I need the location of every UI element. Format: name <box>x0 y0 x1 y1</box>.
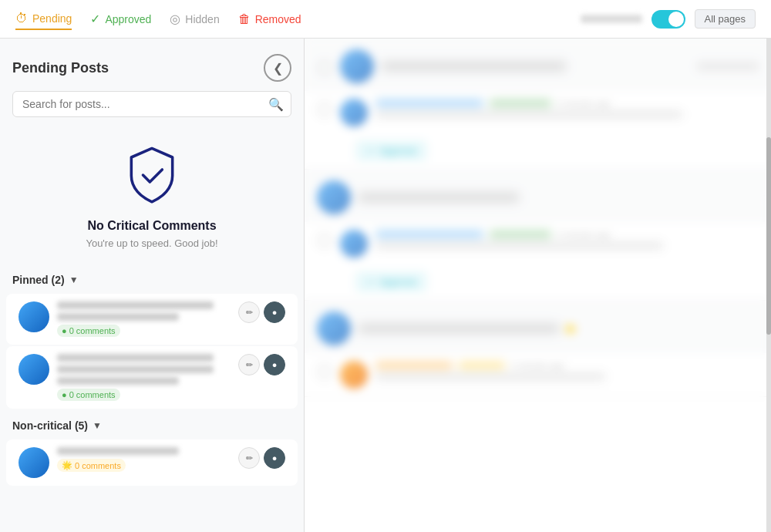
author-line: 5 minutes ago <box>375 99 759 108</box>
sidebar-search: 🔍 <box>12 91 291 117</box>
rp-section-title <box>359 193 519 202</box>
comments-icon: ● <box>62 326 67 335</box>
sidebar-scroll[interactable]: No Critical Comments You're up to speed.… <box>0 130 304 532</box>
post-title-3 <box>57 377 179 385</box>
empty-subtitle: You're up to speed. Good job! <box>86 237 217 249</box>
rp-section-title <box>359 324 559 333</box>
tab-pending[interactable]: ⏱ Pending <box>15 8 72 30</box>
section-pinned[interactable]: Pinned (2) ▼ <box>0 264 304 292</box>
search-input[interactable] <box>12 91 291 117</box>
approved-label: Approved <box>105 13 151 25</box>
rp-section-header: 🌟 <box>305 301 771 353</box>
comment-checkbox[interactable] <box>317 364 332 379</box>
approve-check-icon: ✓ <box>366 145 375 157</box>
comment-content: 5 minutes ago <box>375 99 759 118</box>
rp-comment-row: 2 minutes ago <box>305 353 771 396</box>
sidebar-title: Pending Posts <box>12 60 109 76</box>
nav-toggle[interactable] <box>651 10 685 29</box>
comments-badge: 🌟 0 comments <box>57 459 126 472</box>
scrollbar-track[interactable] <box>766 39 771 532</box>
comments-badge: ● 0 comments <box>57 389 120 401</box>
empty-state: No Critical Comments You're up to speed.… <box>0 130 304 264</box>
comment-time: 4 minutes ago <box>557 230 611 239</box>
avatar <box>19 354 49 385</box>
removed-icon: 🗑 <box>238 12 251 26</box>
comment-content: 4 minutes ago <box>375 230 759 249</box>
comment-text <box>375 242 663 249</box>
post-title <box>57 301 214 309</box>
rp-section-header <box>305 39 771 91</box>
comment-checkbox[interactable] <box>317 233 332 248</box>
comment-avatar <box>340 99 368 126</box>
post-action-menu[interactable]: ● <box>264 301 285 323</box>
sidebar-back-button[interactable]: ❮ <box>264 54 291 82</box>
post-content: ● 0 comments <box>57 354 231 401</box>
post-action-edit[interactable]: ✏ <box>238 447 260 469</box>
comment-avatar <box>340 361 368 389</box>
comment-text <box>375 373 605 380</box>
post-action-menu[interactable]: ● <box>264 354 285 375</box>
search-icon: 🔍 <box>268 97 284 112</box>
comments-badge: ● 0 comments <box>57 325 120 337</box>
noncritical-arrow-icon: ▼ <box>93 420 102 431</box>
comment-text <box>375 111 682 118</box>
comment-content: 2 minutes ago <box>375 361 759 380</box>
post-title <box>57 354 214 362</box>
rp-section: 5 minutes ago ✓ Approve <box>305 39 771 170</box>
tab-removed[interactable]: 🗑 Removed <box>238 9 301 29</box>
back-icon: ❮ <box>273 61 283 76</box>
nav-site-label <box>581 15 642 23</box>
main-layout: Pending Posts ❮ 🔍 No Critical Comments Y… <box>0 39 771 532</box>
author-name <box>375 362 453 369</box>
comment-avatar <box>340 230 368 258</box>
pending-icon: ⏱ <box>15 12 28 25</box>
section-noncritical[interactable]: Non-critical (5) ▼ <box>0 410 304 438</box>
post-action-menu[interactable]: ● <box>264 447 285 469</box>
post-meta: ● 0 comments <box>57 389 231 401</box>
nav-right: All pages <box>581 9 756 29</box>
post-title-2 <box>57 365 214 373</box>
hidden-icon: ◎ <box>170 12 180 26</box>
approve-button[interactable]: ✓ Approve <box>355 271 427 292</box>
section-checkbox[interactable] <box>317 60 332 76</box>
post-title <box>57 447 179 455</box>
rp-comment-row: 5 minutes ago <box>305 91 771 134</box>
post-content: 🌟 0 comments <box>57 447 231 472</box>
post-item[interactable]: ● 0 comments ✏ ● <box>6 346 298 409</box>
author-line: 4 minutes ago <box>375 230 759 239</box>
approve-label: Approve <box>379 145 416 157</box>
post-action-edit[interactable]: ✏ <box>238 301 260 323</box>
noncritical-label: Non-critical (5) <box>12 419 88 432</box>
post-content: ● 0 comments <box>57 301 231 337</box>
author-name <box>375 231 483 238</box>
tab-hidden[interactable]: ◎ Hidden <box>170 8 219 29</box>
top-nav: ⏱ Pending ✓ Approved ◎ Hidden 🗑 Removed … <box>0 0 771 39</box>
post-meta: ● 0 comments <box>57 325 231 337</box>
sidebar: Pending Posts ❮ 🔍 No Critical Comments Y… <box>0 39 305 532</box>
comments-count: 0 comments <box>69 390 116 399</box>
author-name <box>375 99 483 107</box>
comment-checkbox[interactable] <box>317 102 332 117</box>
comments-count: 0 comments <box>69 326 116 335</box>
rp-avatar <box>340 49 374 83</box>
rp-action-blur <box>697 62 759 70</box>
scrollbar-thumb[interactable] <box>766 137 771 335</box>
pinned-arrow-icon: ▼ <box>69 274 79 285</box>
nav-pages[interactable]: All pages <box>695 9 756 29</box>
rp-comment-row: 4 minutes ago <box>305 222 771 265</box>
post-item[interactable]: 🌟 0 comments ✏ ● <box>6 439 298 486</box>
approved-icon: ✓ <box>90 12 100 26</box>
approve-label: Approve <box>379 276 416 288</box>
comments-icon: 🌟 <box>62 460 72 470</box>
removed-label: Removed <box>255 13 301 25</box>
hidden-label: Hidden <box>185 13 219 25</box>
pending-label: Pending <box>32 12 72 25</box>
post-action-edit[interactable]: ✏ <box>238 354 260 375</box>
post-item[interactable]: ● 0 comments ✏ ● <box>6 294 298 345</box>
empty-title: No Critical Comments <box>87 219 216 233</box>
author-handle <box>490 231 551 238</box>
avatar <box>19 301 49 332</box>
approve-button[interactable]: ✓ Approve <box>355 140 427 161</box>
tab-approved[interactable]: ✓ Approved <box>90 8 151 29</box>
right-panel: 5 minutes ago ✓ Approve <box>305 39 771 532</box>
